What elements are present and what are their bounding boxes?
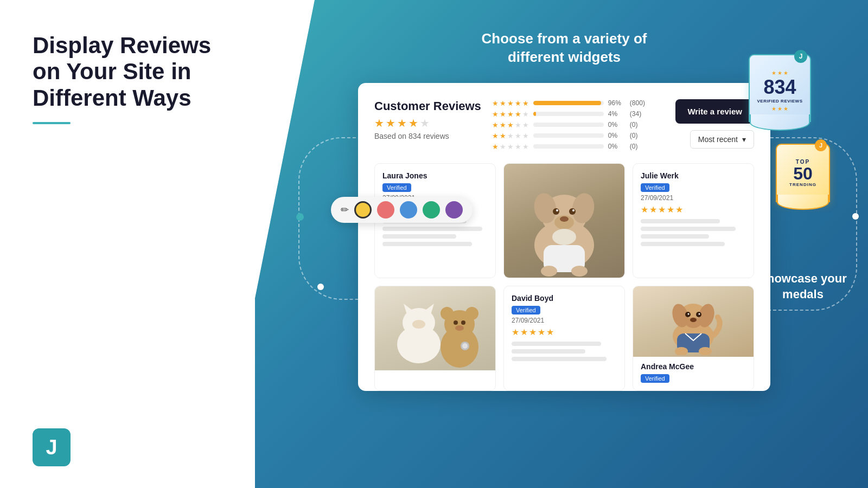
widget-headline: Choose from a variety of different widge… [482, 30, 647, 67]
rating-row-4: ★★★★★ 4% (34) [492, 110, 665, 118]
card-header-left: Customer Reviews ★ ★ ★ ★ ★ Based on 834 … [374, 99, 481, 140]
table-row: Andrea McGee Verified [633, 286, 754, 391]
rating-row-3: ★★★★★ 0% (0) [492, 121, 665, 129]
rating-row-1: ★★★★★ 0% (0) [492, 143, 665, 151]
sort-dropdown[interactable]: Most recent ▾ [690, 130, 754, 149]
rating-row-5: ★★★★★ 96% (800) [492, 99, 665, 107]
white-dot-left [317, 284, 324, 290]
widget-card: Customer Reviews ★ ★ ★ ★ ★ Based on 834 … [358, 83, 770, 391]
badge-bottom-stars: ★ ★ ★ [771, 106, 788, 112]
overall-stars: ★ ★ ★ ★ ★ [374, 117, 481, 130]
table-row: Julie Werk Verified 27/09/2021 ★★★★★ [633, 163, 754, 278]
color-dot-blue[interactable] [400, 201, 417, 219]
reviewer-name: Julie Werk [641, 171, 746, 180]
card-header: Customer Reviews ★ ★ ★ ★ ★ Based on 834 … [374, 99, 754, 153]
widget-title: Customer Reviews [374, 99, 481, 113]
svg-point-5 [560, 216, 569, 222]
svg-point-26 [454, 320, 458, 325]
main-title: Display Reviews on Your Site in Differen… [33, 33, 228, 111]
svg-point-7 [569, 208, 576, 215]
shield-body: J ★ ★ ★ 834 VERIFIED REVIEWS ★ ★ ★ [749, 54, 811, 122]
svg-point-36 [690, 318, 697, 322]
svg-point-24 [441, 307, 454, 320]
rating-bars: ★★★★★ 96% (800) ★★★★★ 4% [492, 99, 665, 153]
header-right: Write a review Most recent ▾ [675, 99, 754, 149]
rating-row-2: ★★★★★ 0% (0) [492, 132, 665, 140]
star-1: ★ [374, 117, 384, 130]
top50-j-icon: J [815, 139, 827, 151]
svg-point-28 [455, 325, 464, 331]
svg-point-9 [572, 209, 575, 211]
color-dot-yellow[interactable] [354, 201, 372, 219]
list-item [374, 286, 496, 391]
customize-text: Customize and tailor it to your theme st… [22, 389, 174, 423]
color-dot-red[interactable] [377, 201, 394, 219]
badge-number: 834 [763, 78, 796, 97]
top50-number: 50 [793, 165, 813, 182]
svg-point-6 [553, 208, 559, 215]
sort-label: Most recent [698, 135, 738, 144]
color-dot-green[interactable] [423, 201, 440, 219]
svg-point-12 [571, 266, 588, 277]
edit-icon: ✏ [341, 204, 349, 216]
star-2: ★ [386, 117, 395, 130]
svg-point-30 [462, 343, 468, 349]
svg-point-21 [412, 320, 425, 329]
svg-point-13 [552, 229, 576, 245]
star-3: ★ [397, 117, 407, 130]
puppy-photo [504, 164, 624, 278]
svg-point-39 [688, 313, 690, 315]
svg-point-11 [541, 266, 557, 277]
svg-point-25 [465, 307, 478, 320]
svg-point-8 [556, 209, 558, 211]
verified-badge: Verified [641, 374, 669, 383]
review-stars: ★★★★★ [641, 204, 746, 215]
chevron-down-icon: ▾ [742, 135, 746, 144]
svg-point-40 [699, 313, 700, 315]
verified-badge: Verified [512, 306, 540, 314]
review-stars: ★★★★★ [512, 327, 617, 337]
color-dot-purple[interactable] [445, 201, 463, 219]
write-review-button[interactable]: Write a review [675, 99, 754, 124]
review-date: 27/09/2021 [512, 317, 617, 324]
star-5-empty: ★ [420, 117, 430, 130]
svg-point-27 [461, 320, 465, 325]
badge-j-icon: J [794, 50, 807, 63]
badge-label: VERIFIED REVIEWS [757, 99, 802, 104]
reviewer-name: David Boyd [512, 294, 617, 303]
color-picker[interactable]: ✏ [331, 197, 473, 223]
badge-top-stars: ★ ★ ★ [771, 70, 788, 76]
list-item [503, 163, 625, 278]
badge-top50: J TOP 50 TRENDING [776, 144, 835, 214]
showcase-text: Showcase your medals [754, 271, 852, 302]
teal-dot-left [296, 213, 304, 221]
trending-label: TRENDING [789, 182, 816, 187]
badge-834: J ★ ★ ★ 834 VERIFIED REVIEWS ★ ★ ★ [749, 54, 819, 136]
verified-badge: Verified [382, 183, 411, 192]
reviewer-name: Laura Jones [382, 171, 488, 180]
star-4: ★ [409, 117, 418, 130]
widget-container: ✏ Customer Reviews ★ ★ ★ [358, 83, 770, 391]
white-dot-right [852, 213, 859, 220]
medals-area: J ★ ★ ★ 834 VERIFIED REVIEWS ★ ★ ★ [749, 54, 835, 214]
based-on: Based on 834 reviews [374, 132, 481, 140]
table-row: David Boyd Verified 27/09/2021 ★★★★★ [503, 286, 625, 391]
cats-photo [375, 286, 495, 370]
verified-badge: Verified [641, 183, 669, 192]
top50-shield: J TOP 50 TRENDING [776, 144, 830, 202]
small-dog-photo [633, 286, 754, 357]
review-date: 27/09/2021 [641, 194, 746, 202]
page-wrapper: Display Reviews on Your Site in Differen… [0, 0, 868, 488]
j-logo-bottom: J [33, 428, 71, 466]
reviewer-name: Andrea McGee [641, 362, 746, 371]
accent-line [33, 122, 71, 124]
